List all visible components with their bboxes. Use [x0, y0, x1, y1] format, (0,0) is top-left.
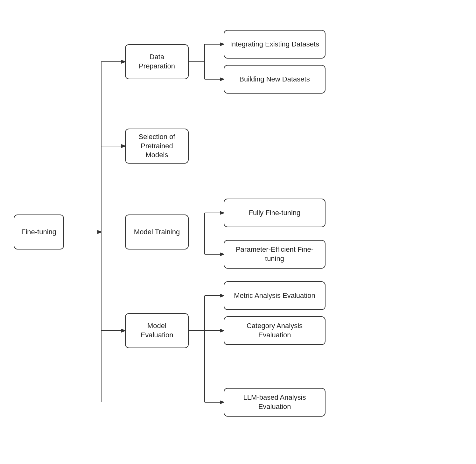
node-llm-analysis: LLM-based Analysis Evaluation [224, 388, 326, 417]
node-data-preparation: Data Preparation [125, 44, 189, 79]
node-selection-pretrained: Selection of Pretrained Models [125, 129, 189, 164]
node-fully-finetuning: Fully Fine-tuning [224, 199, 326, 227]
node-fine-tuning: Fine-tuning [14, 214, 64, 250]
node-metric-analysis: Metric Analysis Evaluation [224, 281, 326, 310]
node-model-training: Model Training [125, 214, 189, 250]
node-building-datasets: Building New Datasets [224, 65, 326, 94]
node-parameter-efficient: Parameter-Efficient Fine-tuning [224, 240, 326, 269]
node-integrating-datasets: Integrating Existing Datasets [224, 30, 326, 59]
diagram: Fine-tuning Data Preparation Selection o… [7, 12, 341, 452]
node-model-evaluation: Model Evaluation [125, 313, 189, 348]
node-category-analysis: Category Analysis Evaluation [224, 316, 326, 345]
